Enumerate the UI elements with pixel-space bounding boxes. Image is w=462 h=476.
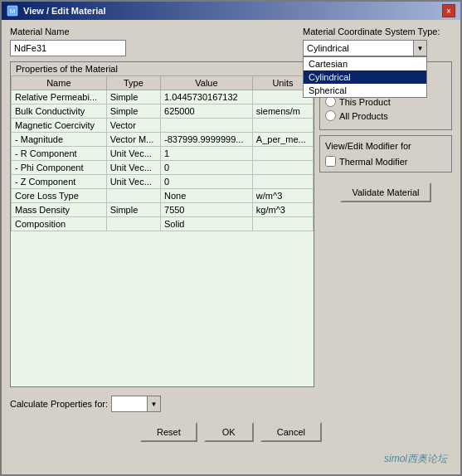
table-cell-type: Unit Vec...: [106, 161, 160, 175]
view-edit-label: View/Edit Modifier for: [325, 141, 446, 151]
table-cell-value: -837999.9999999...: [161, 133, 253, 147]
col-value: Value: [161, 76, 253, 90]
table-cell-type: [106, 217, 160, 231]
table-cell-name: - R Component: [12, 147, 107, 161]
table-cell-value: [161, 119, 253, 133]
table-cell-units: [252, 147, 313, 161]
table-cell-type: Simple: [106, 104, 160, 119]
table-cell-type: Unit Vec...: [106, 147, 160, 161]
properties-group-label: Properties of the Material: [11, 62, 314, 75]
coordinate-dropdown-wrapper: Cylindrical ▼ Cartesian Cylindrical Sphe…: [303, 40, 452, 56]
material-name-label: Material Name: [10, 27, 303, 36]
table-cell-type: Unit Vec...: [106, 175, 160, 189]
table-cell-units: [252, 217, 313, 231]
coordinate-system-section: Material Coordinate System Type: Cylindr…: [303, 27, 452, 56]
table-cell-type: Vector: [106, 119, 160, 133]
table-cell-value: 1: [161, 147, 253, 161]
radio-all-products: All Products: [325, 110, 446, 121]
radio-this-product-label: This Product: [339, 97, 391, 107]
right-panel: Material for Active Design This Product …: [319, 61, 452, 387]
table-cell-value: None: [161, 189, 253, 203]
table-cell-units: w/m^3: [252, 189, 313, 203]
coordinate-dropdown-popup: Cartesian Cylindrical Spherical: [303, 56, 427, 98]
buttons-row: Reset OK Cancel: [10, 419, 452, 445]
table-row[interactable]: Magnetic CoercivityVector: [12, 119, 314, 133]
close-button[interactable]: ×: [442, 4, 455, 17]
table-cell-name: Composition: [12, 217, 107, 231]
window-icon: M: [7, 5, 18, 17]
table-row[interactable]: - R ComponentUnit Vec...1: [12, 147, 314, 161]
table-cell-units: siemens/m: [252, 104, 313, 119]
table-cell-value: 0: [161, 175, 253, 189]
table-cell-units: [252, 175, 313, 189]
content-area: Material Name Material Coordinate System…: [2, 20, 460, 474]
calc-value: [112, 402, 147, 406]
table-wrapper[interactable]: Name Type Value Units Relative Permeabi.…: [11, 75, 314, 386]
table-row[interactable]: CompositionSolid: [12, 217, 314, 231]
table-cell-name: Mass Density: [12, 203, 107, 217]
title-bar: M View / Edit Material ×: [2, 2, 460, 20]
table-row[interactable]: Mass DensitySimple7550kg/m^3: [12, 203, 314, 217]
view-edit-modifier-group: View/Edit Modifier for Thermal Modifier: [319, 135, 452, 172]
coordinate-current: Cylindrical: [304, 41, 413, 55]
title-bar-left: M View / Edit Material: [7, 5, 105, 17]
table-cell-units: [252, 161, 313, 175]
properties-table: Name Type Value Units Relative Permeabi.…: [11, 75, 314, 231]
calc-label: Calculate Properties for:: [10, 399, 108, 409]
col-type: Type: [106, 76, 160, 90]
table-cell-type: Simple: [106, 203, 160, 217]
bottom-row: Calculate Properties for: ▼: [10, 392, 452, 414]
coordinate-arrow-icon[interactable]: ▼: [413, 41, 426, 56]
properties-group: Properties of the Material Name Type Val…: [10, 61, 314, 387]
radio-all-products-label: All Products: [339, 111, 388, 121]
cancel-button[interactable]: Cancel: [260, 422, 322, 442]
watermark: simol西奥论坛: [10, 450, 452, 468]
dropdown-option-cartesian[interactable]: Cartesian: [304, 57, 426, 70]
dropdown-option-spherical[interactable]: Spherical: [304, 84, 426, 97]
table-cell-units: [252, 119, 313, 133]
table-row[interactable]: - Z ComponentUnit Vec...0: [12, 175, 314, 189]
table-cell-name: Core Loss Type: [12, 189, 107, 203]
window-title: View / Edit Material: [23, 6, 105, 16]
table-row[interactable]: Bulk ConductivitySimple625000siemens/m: [12, 104, 314, 119]
validate-material-button[interactable]: Validate Material: [340, 182, 430, 202]
radio-all-products-input[interactable]: [325, 110, 336, 121]
table-row[interactable]: Core Loss TypeNonew/m^3: [12, 189, 314, 203]
dropdown-option-cylindrical[interactable]: Cylindrical: [304, 70, 426, 84]
thermal-modifier-label: Thermal Modifier: [339, 157, 408, 167]
calc-dropdown-box[interactable]: ▼: [111, 396, 161, 412]
table-row[interactable]: Relative Permeabi...Simple1.044573016713…: [12, 90, 314, 104]
table-cell-value: 7550: [161, 203, 253, 217]
table-cell-name: - Magnitude: [12, 133, 107, 147]
main-area: Properties of the Material Name Type Val…: [10, 61, 452, 387]
table-cell-units: A_per_me...: [252, 133, 313, 147]
table-cell-name: - Phi Component: [12, 161, 107, 175]
table-cell-value: Solid: [161, 217, 253, 231]
table-cell-name: Relative Permeabi...: [12, 90, 107, 104]
table-cell-value: 0: [161, 161, 253, 175]
calc-wrapper: Calculate Properties for: ▼: [10, 396, 161, 412]
table-cell-value: 1.0445730167132: [161, 90, 253, 104]
ok-button[interactable]: OK: [204, 422, 254, 442]
table-cell-name: Bulk Conductivity: [12, 104, 107, 119]
table-row[interactable]: - MagnitudeVector M...-837999.9999999...…: [12, 133, 314, 147]
thermal-modifier-checkbox[interactable]: [325, 156, 336, 167]
top-row: Material Name Material Coordinate System…: [10, 27, 452, 56]
table-cell-units: kg/m^3: [252, 203, 313, 217]
table-row[interactable]: - Phi ComponentUnit Vec...0: [12, 161, 314, 175]
calc-arrow-icon[interactable]: ▼: [147, 396, 160, 411]
table-cell-type: Simple: [106, 90, 160, 104]
coordinate-dropdown-box[interactable]: Cylindrical ▼: [303, 40, 427, 56]
svg-text:M: M: [10, 7, 16, 15]
material-name-input[interactable]: [10, 40, 126, 56]
table-cell-name: - Z Component: [12, 175, 107, 189]
main-window: M View / Edit Material × Material Name M…: [0, 0, 462, 476]
table-cell-type: [106, 189, 160, 203]
reset-button[interactable]: Reset: [140, 422, 197, 442]
table-cell-name: Magnetic Coercivity: [12, 119, 107, 133]
col-name: Name: [12, 76, 107, 90]
table-cell-type: Vector M...: [106, 133, 160, 147]
coordinate-label: Material Coordinate System Type:: [303, 27, 452, 36]
thermal-modifier-checkbox-item: Thermal Modifier: [325, 156, 446, 167]
table-cell-value: 625000: [161, 104, 253, 119]
